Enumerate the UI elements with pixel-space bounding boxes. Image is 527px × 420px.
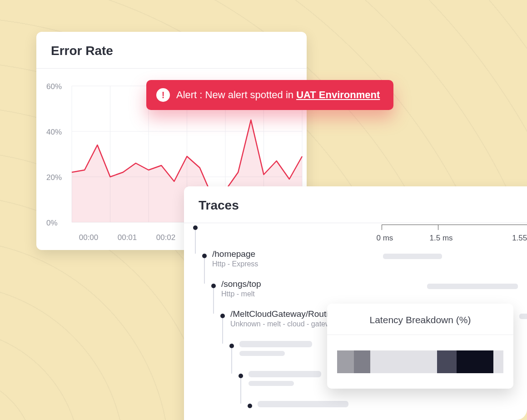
- alert-banner[interactable]: ! Alert : New alert spotted in UAT Envir…: [146, 80, 393, 110]
- trace-name: /homepage: [212, 249, 258, 259]
- y-tick-label: 40%: [46, 128, 62, 137]
- alert-text: Alert : New alert spotted in UAT Environ…: [176, 89, 380, 101]
- ruler-tick: 1.5 ms: [430, 234, 453, 243]
- latency-segment: [370, 350, 437, 373]
- ghost-line: [249, 371, 321, 377]
- trace-span-bar: [383, 254, 442, 259]
- latency-breakdown-card: Latency Breakdown (%): [327, 304, 513, 389]
- x-tick-label: 00:01: [118, 233, 137, 242]
- trace-dot[interactable]: [220, 314, 225, 318]
- ruler-tick: 0 ms: [376, 234, 393, 243]
- error-rate-title: Error Rate: [36, 32, 307, 69]
- alert-prefix: Alert :: [176, 89, 205, 100]
- ghost-line: [239, 341, 312, 347]
- latency-bar[interactable]: [327, 335, 513, 389]
- trace-item[interactable]: /MeltCloudGateway/Routi Unknown - melt -…: [230, 309, 331, 328]
- latency-segment: [337, 350, 354, 373]
- trace-dot[interactable]: [202, 254, 207, 258]
- x-tick-label: 00:00: [79, 233, 99, 242]
- latency-segment: [354, 350, 371, 373]
- trace-dot[interactable]: [229, 344, 234, 348]
- alert-icon: !: [156, 88, 170, 102]
- latency-segment: [493, 350, 503, 373]
- y-tick-label: 60%: [46, 82, 62, 91]
- ruler-tick: 1.55 ms: [512, 234, 527, 243]
- latency-segment: [457, 350, 493, 373]
- trace-name: /MeltCloudGateway/Routi: [230, 309, 331, 319]
- latency-segment: [437, 350, 457, 373]
- trace-sub: Http - Express: [212, 260, 258, 268]
- trace-dot[interactable]: [239, 374, 243, 378]
- trace-span-bar: [427, 284, 518, 289]
- latency-title: Latency Breakdown (%): [327, 304, 513, 335]
- trace-sub: Http - melt: [221, 290, 261, 298]
- x-tick-label: 00:02: [156, 233, 176, 242]
- trace-dot[interactable]: [248, 404, 252, 408]
- ghost-line: [258, 401, 348, 407]
- trace-dot[interactable]: [211, 284, 216, 288]
- alert-message: New alert spotted in: [205, 89, 297, 100]
- trace-item[interactable]: /songs/top Http - melt: [221, 279, 261, 298]
- trace-sub: Unknown - melt - cloud - gatew: [230, 320, 331, 328]
- time-ruler: 0 ms 1.5 ms 1.55 ms: [382, 225, 527, 248]
- trace-item[interactable]: /homepage Http - Express: [212, 249, 258, 268]
- alert-link[interactable]: UAT Environment: [296, 89, 380, 100]
- ghost-line: [239, 351, 285, 356]
- ghost-line: [249, 381, 294, 386]
- trace-name: /songs/top: [221, 279, 261, 289]
- y-tick-label: 20%: [46, 173, 62, 182]
- traces-title: Traces: [184, 186, 527, 223]
- trace-span-bar: [519, 314, 527, 319]
- y-tick-label: 0%: [46, 219, 58, 228]
- trace-dot[interactable]: [193, 225, 198, 230]
